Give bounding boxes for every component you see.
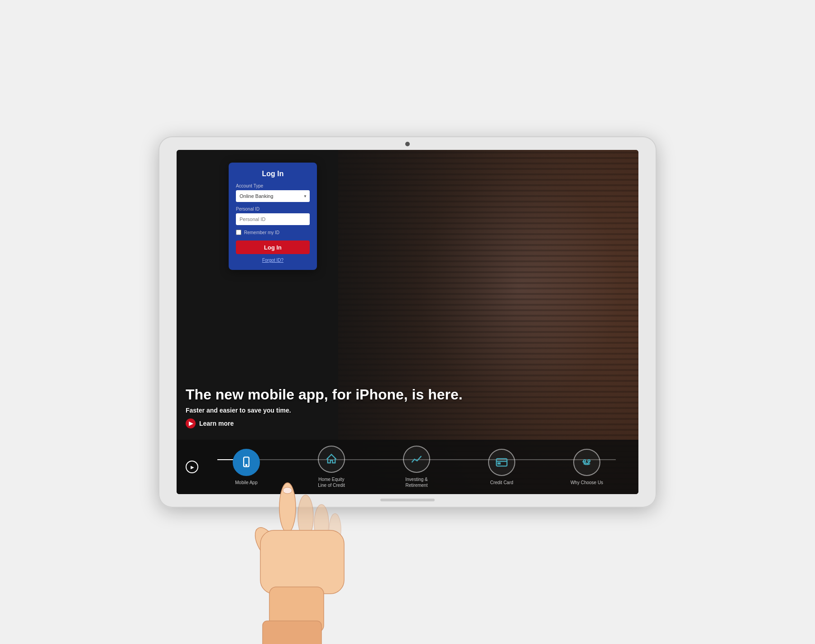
svg-rect-14 — [263, 621, 321, 644]
hand-pointer — [217, 471, 362, 644]
forgot-id-link[interactable]: Forgot ID? — [236, 258, 310, 263]
account-type-select[interactable]: Online Banking — [236, 190, 310, 202]
login-title: Log In — [236, 170, 310, 178]
remember-row: Remember my ID — [236, 230, 310, 235]
home-icon — [325, 453, 338, 466]
play-button[interactable]: ▶ — [186, 461, 198, 473]
handshake-icon — [580, 456, 593, 469]
account-type-wrapper[interactable]: Online Banking — [236, 190, 310, 202]
card-icon — [495, 456, 508, 469]
personal-id-input[interactable] — [236, 213, 310, 225]
play-icon: ▶ — [191, 465, 194, 470]
nav-circle-card — [488, 449, 515, 476]
hero-headline: The new mobile app, for iPhone, is here. — [186, 386, 463, 403]
tablet-shell: Log In Account Type Online Banking Perso… — [158, 136, 657, 508]
learn-more-icon: ▶ — [186, 418, 196, 428]
svg-point-15 — [283, 487, 292, 494]
nav-circle-investing — [403, 446, 430, 473]
nav-circle-handshake — [573, 449, 600, 476]
login-card: Log In Account Type Online Banking Perso… — [229, 163, 317, 270]
speaker — [380, 499, 435, 501]
learn-more-row[interactable]: ▶ Learn more — [186, 418, 463, 428]
personal-id-label: Personal ID — [236, 207, 310, 211]
remember-checkbox[interactable] — [236, 230, 241, 235]
svg-point-1 — [246, 464, 247, 465]
camera-dot — [405, 142, 410, 146]
learn-more-text: Learn more — [199, 420, 234, 427]
hand-svg — [217, 471, 362, 644]
nav-label-investing: Investing &Retirement — [405, 476, 427, 488]
login-button[interactable]: Log In — [236, 240, 310, 254]
svg-point-5 — [584, 460, 586, 462]
nav-circle-home — [318, 446, 345, 473]
hero-text-block: The new mobile app, for iPhone, is here.… — [186, 386, 463, 428]
nav-item-credit-card[interactable]: Credit Card — [459, 449, 544, 485]
svg-point-6 — [588, 460, 590, 462]
account-type-label: Account Type — [236, 183, 310, 188]
svg-rect-12 — [260, 530, 344, 594]
nav-item-investing[interactable]: Investing &Retirement — [374, 446, 459, 488]
svg-rect-4 — [498, 463, 500, 464]
hero-subtitle: Faster and easier to save you time. — [186, 407, 463, 414]
nav-label-why: Why Choose Us — [570, 480, 603, 485]
screen-content: Log In Account Type Online Banking Perso… — [177, 150, 638, 494]
nav-label-card: Credit Card — [490, 480, 513, 485]
chart-icon — [410, 453, 423, 466]
nav-item-why-choose[interactable]: Why Choose Us — [544, 449, 629, 485]
mobile-icon — [240, 456, 253, 469]
remember-label: Remember my ID — [244, 230, 279, 235]
screen: Log In Account Type Online Banking Perso… — [177, 150, 638, 494]
